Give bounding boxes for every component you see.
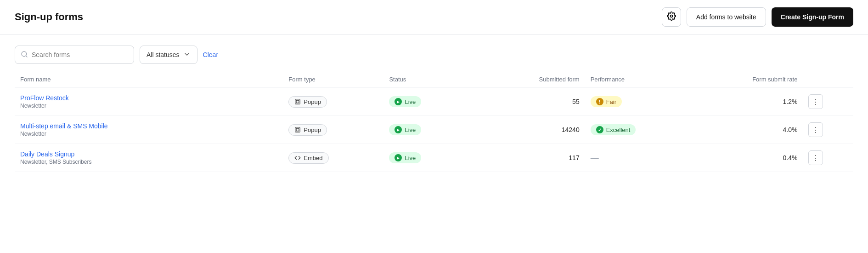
table-row: ProFlow Restock Newsletter Popup ▶ Live … <box>15 88 853 116</box>
status-badge: ▶ Live <box>389 152 421 163</box>
submitted-cell: 55 <box>476 88 585 116</box>
action-cell: ⋮ <box>803 88 853 116</box>
action-cell: ⋮ <box>803 116 853 144</box>
status-cell: ▶ Live <box>383 88 476 116</box>
rate-cell: 4.0% <box>702 116 803 144</box>
clear-button[interactable]: Clear <box>203 51 218 58</box>
form-name-cell: ProFlow Restock Newsletter <box>15 88 283 116</box>
form-sub-label: Newsletter <box>20 131 277 137</box>
rate-cell: 0.4% <box>702 144 803 172</box>
performance-cell: — <box>585 144 703 172</box>
more-options-button[interactable]: ⋮ <box>808 122 823 137</box>
play-icon: ▶ <box>395 98 402 105</box>
form-type-badge: Popup <box>288 124 327 136</box>
form-name-link[interactable]: Daily Deals Signup <box>20 150 74 158</box>
rate-cell: 1.2% <box>702 88 803 116</box>
gear-icon <box>667 12 676 23</box>
add-forms-button[interactable]: Add forms to website <box>687 7 766 27</box>
form-name-link[interactable]: Multi-step email & SMS Mobile <box>20 122 108 130</box>
form-type-badge: Embed <box>288 152 328 164</box>
status-select[interactable]: All statuses <box>140 46 197 64</box>
form-name-cell: Daily Deals Signup Newsletter, SMS Subsc… <box>15 144 283 172</box>
play-icon: ▶ <box>395 126 402 133</box>
performance-cell: ✓Excellent <box>585 116 703 144</box>
svg-rect-4 <box>296 100 299 103</box>
performance-cell: !Fair <box>585 88 703 116</box>
col-header-submitted: Submitted form <box>476 71 585 88</box>
svg-rect-5 <box>295 127 300 132</box>
table-row: Daily Deals Signup Newsletter, SMS Subsc… <box>15 144 853 172</box>
col-header-action <box>803 71 853 88</box>
svg-line-2 <box>26 56 27 57</box>
col-header-status: Status <box>383 71 476 88</box>
page-title: Sign-up forms <box>15 11 83 23</box>
table-header-row: Form name Form type Status Submitted for… <box>15 71 853 88</box>
svg-rect-6 <box>296 128 299 131</box>
performance-dash: — <box>591 153 599 162</box>
status-badge: ▶ Live <box>389 124 421 135</box>
action-cell: ⋮ <box>803 144 853 172</box>
create-form-button[interactable]: Create Sign-up Form <box>772 7 853 27</box>
page-header: Sign-up forms Add forms to website Creat… <box>0 0 868 34</box>
form-sub-label: Newsletter, SMS Subscribers <box>20 159 277 165</box>
svg-point-0 <box>670 15 672 17</box>
form-type-cell: Popup <box>283 88 383 116</box>
forms-table-container: Form name Form type Status Submitted for… <box>0 71 868 172</box>
submitted-cell: 14240 <box>476 116 585 144</box>
header-actions: Add forms to website Create Sign-up Form <box>662 7 853 27</box>
form-type-cell: Embed <box>283 144 383 172</box>
more-options-button[interactable]: ⋮ <box>808 150 823 165</box>
more-options-button[interactable]: ⋮ <box>808 94 823 109</box>
col-header-rate: Form submit rate <box>702 71 803 88</box>
toolbar: All statuses Clear <box>0 34 868 71</box>
status-cell: ▶ Live <box>383 116 476 144</box>
submitted-cell: 117 <box>476 144 585 172</box>
play-icon: ▶ <box>395 154 402 161</box>
search-icon <box>21 51 28 59</box>
status-select-label: All statuses <box>147 51 180 58</box>
col-header-type: Form type <box>283 71 383 88</box>
form-type-cell: Popup <box>283 116 383 144</box>
search-wrapper <box>15 46 134 64</box>
perf-icon: ! <box>596 98 603 105</box>
forms-table: Form name Form type Status Submitted for… <box>15 71 853 172</box>
col-header-name: Form name <box>15 71 283 88</box>
performance-badge: !Fair <box>591 96 622 107</box>
table-row: Multi-step email & SMS Mobile Newsletter… <box>15 116 853 144</box>
search-input[interactable] <box>32 51 128 58</box>
status-badge: ▶ Live <box>389 96 421 107</box>
col-header-performance: Performance <box>585 71 703 88</box>
form-type-badge: Popup <box>288 96 327 108</box>
perf-icon: ✓ <box>596 126 603 133</box>
settings-button[interactable] <box>662 7 681 27</box>
performance-badge: ✓Excellent <box>591 124 636 135</box>
form-name-link[interactable]: ProFlow Restock <box>20 94 69 102</box>
form-name-cell: Multi-step email & SMS Mobile Newsletter <box>15 116 283 144</box>
status-cell: ▶ Live <box>383 144 476 172</box>
chevron-down-icon <box>183 51 191 59</box>
form-sub-label: Newsletter <box>20 103 277 109</box>
svg-rect-3 <box>295 99 300 104</box>
